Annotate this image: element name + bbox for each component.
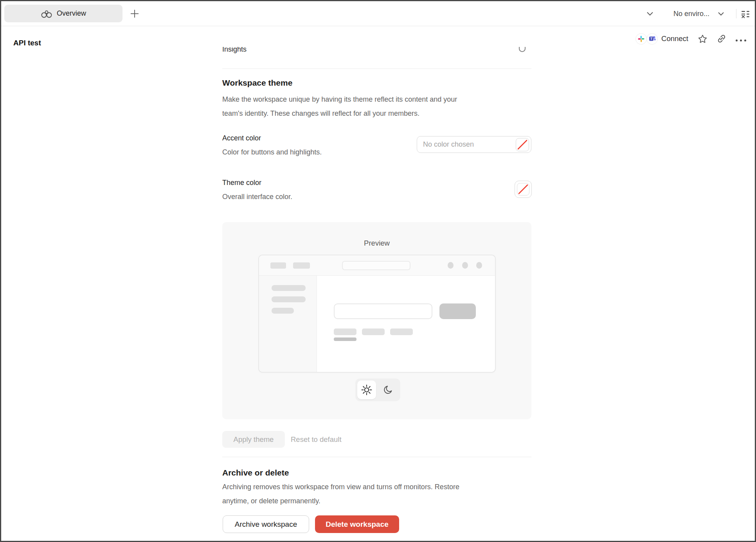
preview-mock-sidebar xyxy=(259,276,317,373)
archive-or-delete-heading: Archive or delete xyxy=(222,468,531,477)
section-divider xyxy=(222,457,531,457)
preview-mock-body xyxy=(259,276,495,373)
skeleton-bar xyxy=(272,296,306,302)
tab-list-chevron-down-icon[interactable] xyxy=(647,12,653,16)
header-actions: T Connect xyxy=(635,32,746,45)
tab-bar: Overview No enviro... xyxy=(1,1,755,26)
skeleton-pill xyxy=(270,262,286,269)
archive-workspace-button[interactable]: Archive workspace xyxy=(223,515,309,533)
sun-icon xyxy=(360,384,373,396)
connect-label: Connect xyxy=(661,34,688,43)
skeleton-bar xyxy=(272,308,294,314)
star-icon[interactable] xyxy=(698,34,707,44)
topbar-divider xyxy=(736,9,736,18)
section-divider xyxy=(222,68,531,69)
skeleton-dot xyxy=(462,262,468,269)
reset-to-default-button[interactable]: Reset to default xyxy=(291,431,342,448)
theme-mode-toggle xyxy=(355,379,400,401)
accent-color-field xyxy=(417,136,531,153)
new-tab-button[interactable] xyxy=(130,9,139,18)
delete-workspace-button[interactable]: Delete workspace xyxy=(315,515,399,533)
svg-text:T: T xyxy=(650,37,652,41)
skeleton-bar xyxy=(334,328,356,335)
theme-color-label: Theme color xyxy=(222,179,531,187)
preview-mock-main xyxy=(317,276,495,373)
skeleton-addressbar xyxy=(342,261,410,270)
preview-mock-window xyxy=(258,255,496,373)
insights-row-clipped: Insights xyxy=(222,47,531,55)
more-options-icon[interactable] xyxy=(736,36,746,41)
copy-link-icon[interactable] xyxy=(717,34,726,43)
overview-binoculars-icon xyxy=(41,9,52,18)
skeleton-pill xyxy=(293,262,310,269)
accent-color-input[interactable] xyxy=(417,136,531,153)
archive-or-delete-description: Archiving removes this workspace from vi… xyxy=(222,480,531,508)
no-color-slash xyxy=(519,185,527,194)
apply-theme-button[interactable]: Apply theme xyxy=(222,431,285,448)
environment-quick-look-icon[interactable] xyxy=(741,9,750,19)
light-mode-button[interactable] xyxy=(357,380,376,399)
skeleton-bar xyxy=(390,328,413,335)
moon-icon xyxy=(383,384,394,395)
skeleton-button xyxy=(439,303,476,319)
connect-button[interactable]: T Connect xyxy=(635,33,688,45)
environment-chevron-down-icon xyxy=(718,12,724,16)
slack-icon xyxy=(635,33,647,45)
dark-mode-button[interactable] xyxy=(378,380,398,399)
environment-selector[interactable]: No enviro... xyxy=(673,1,724,26)
workspace-theme-description: Make the workspace unique by having its … xyxy=(222,92,531,120)
workspace-theme-heading: Workspace theme xyxy=(222,78,531,88)
skeleton-bar xyxy=(334,337,356,341)
preview-title: Preview xyxy=(222,239,531,248)
skeleton-bar xyxy=(362,328,385,335)
insights-label: Insights xyxy=(222,47,247,53)
ms-teams-icon: T xyxy=(646,33,658,45)
theme-no-color-swatch[interactable] xyxy=(515,181,532,198)
skeleton-dot xyxy=(448,262,454,269)
skeleton-dot xyxy=(476,262,482,269)
accent-no-color-swatch[interactable] xyxy=(516,138,529,151)
skeleton-bar xyxy=(272,285,306,291)
app-window: Overview No enviro... xyxy=(0,0,756,542)
skeleton-input xyxy=(334,303,432,319)
preview-mock-header xyxy=(259,255,495,276)
tab-overview-label: Overview xyxy=(57,9,86,18)
no-color-slash xyxy=(518,140,527,149)
insights-toggle[interactable] xyxy=(519,47,526,52)
theme-no-color-swatch-inner xyxy=(517,183,529,196)
theme-preview-card: Preview xyxy=(222,222,531,419)
tab-overview[interactable]: Overview xyxy=(4,5,122,22)
environment-selector-label: No enviro... xyxy=(673,10,709,18)
page-title: API test xyxy=(13,39,41,47)
theme-color-description: Overall interface color. xyxy=(222,193,531,201)
